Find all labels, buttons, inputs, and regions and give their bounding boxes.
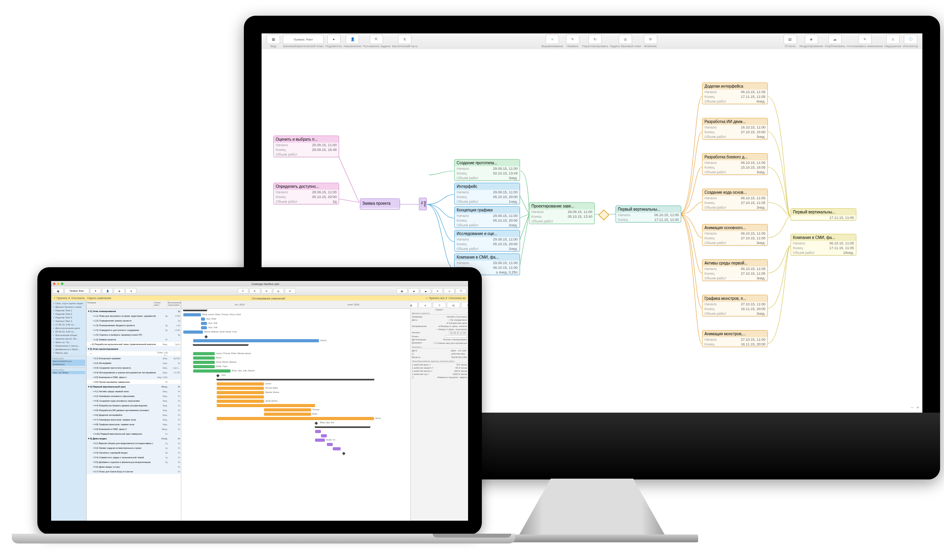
highlight-button[interactable]: ●	[327, 35, 341, 44]
sidebar-item[interactable]: ✓ Изделие Task 3	[52, 316, 85, 319]
task-row[interactable]: • 4.10) Первый вертикальный срез заверше…	[87, 431, 181, 436]
gantt-bar[interactable]	[201, 326, 207, 329]
task-row[interactable]: • 4.8) Графика монстров, первая зона3нед…	[87, 422, 181, 427]
task-row[interactable]: • 11нед. ≤ 4д 2,...	[87, 351, 181, 356]
sidebar-item[interactable]: ✓ Изделие Task 2	[52, 312, 85, 316]
task-row[interactable]: • 1.5) Оценить и выбрать промежуточное П…	[87, 332, 181, 337]
gantt-bar[interactable]	[217, 395, 264, 398]
mb-reports[interactable]: ▤	[396, 288, 407, 294]
task-row[interactable]: • 4.2) Анимация основного персонажа3нед.…	[87, 394, 181, 398]
gantt-bar[interactable]	[217, 417, 374, 420]
sidebar-item[interactable]: ✓ Занят ко. По...	[52, 340, 85, 344]
sidebar-item[interactable]: ✓ Силь. отд-е группы задач	[52, 301, 85, 305]
assignments-button[interactable]: 👤	[346, 35, 359, 44]
gantt-bar[interactable]	[201, 322, 207, 325]
sidebar-item[interactable]: ✓ Изделие Task 1	[52, 308, 85, 312]
task-row[interactable]: • 4.6) Доделки интерфейса6нед.0ч	[87, 413, 181, 417]
task-row[interactable]: • 5.5) Добавить подписи и финальную визу…	[87, 460, 181, 465]
violations-button[interactable]: ⚠	[886, 35, 900, 44]
close-icon[interactable]	[53, 283, 55, 285]
node-monster-gfx[interactable]: Графика монстров, п... Начало27.10.15, 1…	[702, 295, 768, 316]
mb-assign[interactable]: 👤	[102, 288, 113, 294]
mb-rename[interactable]: ✎	[249, 288, 260, 294]
sidebar-item[interactable]: ✓ Удалено Task 4	[52, 319, 85, 323]
gantt-bar[interactable]	[193, 352, 215, 355]
sidebar-item[interactable]: Критический путь	[52, 360, 85, 363]
reports-button[interactable]: ▤	[784, 35, 797, 44]
accept-reject-all[interactable]: ✓ Принять все ✗ Отклонить вс	[426, 297, 466, 300]
gantt-bar[interactable]	[327, 443, 333, 446]
task-row[interactable]: • 4.1) Активы среды первой зоны3нед.0ч	[87, 389, 181, 394]
task-row[interactable]: • 3.5) Компания в СМИ, фаза 13нед. 0,25п	[87, 375, 181, 380]
node-ui-finish[interactable]: Доделки интерфейса Начало06.10.15, 11:05…	[702, 83, 768, 104]
node-vert1-done[interactable]: Первый вертикальны... 17.11.15, 11:05	[791, 208, 856, 220]
task-row[interactable]: • 3.4) Исследование и оценка инструменто…	[87, 370, 181, 375]
gantt-bar[interactable]	[217, 404, 315, 407]
task-row[interactable]: • 4.3) Создание кода основного персонажа…	[87, 398, 181, 403]
mb-critpath[interactable]: ↯	[125, 288, 136, 294]
zoom-icon[interactable]	[61, 283, 63, 285]
node-avail[interactable]: Определить доступно... Начало28.09.15, 1…	[273, 183, 339, 204]
task-position-button[interactable]: ⇱	[370, 35, 383, 44]
gantt-bar[interactable]	[193, 369, 230, 373]
gantt-bar[interactable]	[217, 382, 264, 386]
task-row[interactable]: • 1.6) Заявка проекта0ч	[87, 337, 181, 342]
sidebar-item[interactable]: ✓ Добавляется 1 Marin...	[52, 347, 85, 351]
gantt-chart[interactable]: окт. 2015 нояб. 2015 Shinji; Lauren; Rei…	[181, 301, 410, 521]
sidebar-item[interactable]: ✓ Дата исключения дети	[52, 326, 85, 330]
reschedule-button[interactable]: ↻	[588, 35, 602, 44]
sidebar-item[interactable]: Изм. на 18нед.	[52, 371, 85, 374]
task-row[interactable]: • 1.1) Тема для мозгового штурма, аудито…	[87, 314, 181, 318]
node-vert1[interactable]: Первый вертикальны... Начало06.10.15, 11…	[616, 206, 681, 222]
task-row[interactable]: • 4.9) Компания в СМИ, фаза 218нед.0ч	[87, 427, 181, 431]
task-row[interactable]: • 3.1) Концепция графики2нед.4д 5,5п	[87, 356, 181, 361]
task-row[interactable]: ▾ 1) Этап планирования3д	[87, 309, 181, 314]
gantt-bar[interactable]	[217, 387, 264, 390]
gantt-bar[interactable]	[333, 447, 341, 450]
node-smi2[interactable]: Компания в СМИ, фа... Начало06.10.15, 11…	[791, 234, 856, 255]
gantt-bar[interactable]	[315, 430, 321, 433]
node-design[interactable]: Проектирование заве... Начало29.09.15, 1…	[529, 202, 595, 224]
node-anim-main[interactable]: Анимация основного... Начало06.10.15, 11…	[702, 224, 768, 246]
node-evaluate[interactable]: Оценить и выбрать п... Начало25.09.15, 1…	[273, 136, 339, 157]
task-row[interactable]: • 5.1) Версия сборки для видеозаписи (от…	[87, 441, 181, 446]
task-row[interactable]: • 5.2) Захват кадров из вертикального ср…	[87, 446, 181, 450]
gantt-bar[interactable]	[193, 365, 215, 368]
sidebar-item[interactable]: ✓ 25.09.15, 3:40 по...	[52, 330, 85, 333]
node-research[interactable]: Исследование и оце... Начало29.09.15, 11…	[454, 230, 520, 252]
mb-plan-toggle[interactable]: Правка: Факт	[65, 288, 89, 294]
mb-highlight[interactable]: ●	[90, 288, 101, 294]
gantt-bar[interactable]	[193, 339, 319, 342]
zoom-in-icon[interactable]: +	[916, 405, 919, 410]
task-row[interactable]: • 4.4) Разработка боевого движка (альфа-…	[87, 403, 181, 408]
critical-path-button[interactable]: ↯	[398, 35, 411, 44]
plan-toggle[interactable]: Правка: Факт	[283, 35, 324, 44]
sidebar-item[interactable]: Добавлено	[52, 363, 85, 366]
sidebar-item[interactable]: ✓ Marina, рен.	[52, 351, 85, 354]
sidebar-item[interactable]: ✓ Данные базового плана	[52, 305, 85, 308]
task-row[interactable]: • 1.4) Определить доступность поддержки2…	[87, 328, 181, 332]
mb-publish[interactable]: ☁	[420, 288, 431, 294]
task-row[interactable]: • 3.3) Создание прототипа проекта3нед.≤ …	[87, 365, 181, 370]
catchup-button[interactable]: ⟳	[644, 35, 657, 44]
gantt-bar[interactable]	[183, 330, 203, 334]
sidebar-item[interactable]: ✓ Фактический объем	[52, 333, 85, 337]
node-interface[interactable]: Интерфейс Начало29.09.15, 11:00 Конец05.…	[454, 183, 520, 204]
publish-button[interactable]: ☁	[828, 35, 842, 44]
set-baseline-button[interactable]: ◎	[619, 35, 632, 44]
mb-inspector-btn[interactable]: ⓘ	[455, 288, 466, 294]
gantt-bar[interactable]	[193, 356, 215, 360]
task-row[interactable]: • 5.4) Совместить кадры с музыкальной те…	[87, 455, 181, 460]
task-row[interactable]: • 2) Разработка музыкальной темы (привле…	[87, 342, 181, 347]
gantt-bar[interactable]	[264, 413, 311, 416]
task-row[interactable]: • 3.6) Проектирование завершено0ч	[87, 380, 181, 384]
stage-node[interactable]: Этап пр...	[419, 198, 427, 210]
mb-sim[interactable]: ◈	[408, 288, 419, 294]
inspector-button[interactable]: ⓘ	[904, 35, 917, 44]
gantt-bar[interactable]	[183, 313, 201, 316]
task-row[interactable]: • 1.3) Планирование бюджета проекта2д≥ 6…	[87, 323, 181, 328]
node-combat[interactable]: Разработка боевого д... Начало06.10.15, …	[702, 153, 768, 175]
milestone[interactable]	[598, 209, 609, 220]
mb-track[interactable]: ✎	[432, 288, 443, 294]
task-row[interactable]: • 4.5) Разработка ИИ движка противников …	[87, 408, 181, 413]
